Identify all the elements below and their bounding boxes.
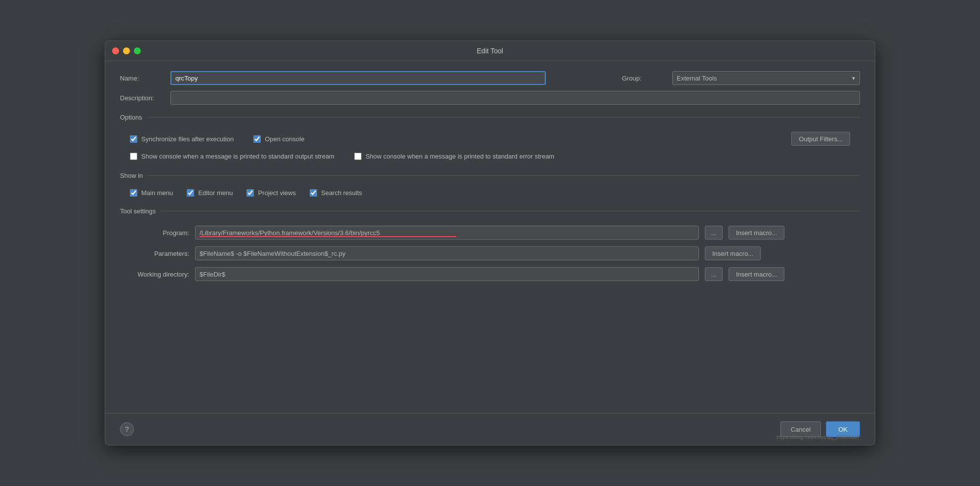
project-views-label: Project views (258, 189, 296, 197)
editor-menu-checkbox-item[interactable]: Editor menu (187, 189, 233, 197)
show-in-title: Show in (120, 172, 143, 179)
maximize-button[interactable] (134, 47, 141, 54)
description-label: Description: (120, 94, 164, 102)
main-menu-checkbox-item[interactable]: Main menu (130, 189, 173, 197)
name-left: Name: (120, 71, 607, 85)
sync-files-checkbox[interactable] (130, 135, 137, 143)
project-views-checkbox-item[interactable]: Project views (246, 189, 296, 197)
help-button[interactable]: ? (120, 422, 134, 436)
name-input[interactable] (170, 71, 546, 85)
show-in-divider (148, 175, 860, 176)
program-label: Program: (120, 229, 189, 237)
tool-settings-divider (161, 211, 860, 211)
url-bar: https://blog.csdn.net/qq_26406447 (776, 434, 860, 440)
show-console-stderr-label: Show console when a message is printed t… (366, 153, 554, 160)
working-dir-label: Working directory: (120, 271, 189, 278)
options-row-1: Synchronize files after execution Open c… (130, 132, 850, 146)
parameters-input[interactable] (195, 246, 699, 260)
working-dir-ellipsis-button[interactable]: ... (705, 267, 723, 281)
edit-tool-dialog: Edit Tool Name: Group: External Tools ▼ … (105, 40, 875, 446)
name-label: Name: (120, 75, 164, 82)
show-console-stderr-checkbox-item[interactable]: Show console when a message is printed t… (354, 153, 554, 160)
working-dir-input-wrapper (195, 267, 699, 281)
program-ellipsis-button[interactable]: ... (705, 226, 723, 240)
editor-menu-checkbox[interactable] (187, 189, 194, 197)
search-results-checkbox[interactable] (310, 189, 317, 197)
show-console-stdout-checkbox[interactable] (130, 153, 137, 160)
dialog-body: Name: Group: External Tools ▼ Descriptio… (105, 61, 875, 413)
search-results-label: Search results (321, 189, 362, 197)
program-input[interactable] (195, 226, 699, 240)
window-controls (112, 47, 141, 54)
options-title: Options (120, 114, 142, 121)
minimize-button[interactable] (123, 47, 130, 54)
open-console-checkbox[interactable] (253, 135, 261, 143)
group-label: Group: (622, 75, 666, 82)
options-row-2: Show console when a message is printed t… (130, 153, 850, 160)
open-console-checkbox-item[interactable]: Open console (253, 135, 304, 143)
program-insert-macro-button[interactable]: Insert macro... (729, 226, 784, 240)
working-dir-row: Working directory: ... Insert macro... (120, 267, 860, 281)
tool-settings-section: Program: ... Insert macro... Parameters:… (120, 223, 860, 284)
show-in-section-header: Show in (120, 172, 860, 179)
parameters-label: Parameters: (120, 250, 189, 257)
show-in-section: Main menu Editor menu Project views Sear… (120, 187, 860, 199)
tool-settings-section-header: Tool settings (120, 207, 860, 215)
dialog-footer: ? Cancel OK (105, 413, 875, 445)
show-console-stdout-label: Show console when a message is printed t… (141, 153, 334, 160)
title-bar: Edit Tool (105, 41, 875, 61)
group-select-wrapper: External Tools ▼ (672, 71, 860, 85)
options-grid: Synchronize files after execution Open c… (120, 129, 860, 163)
program-row: Program: ... Insert macro... (120, 226, 860, 240)
parameters-insert-macro-button[interactable]: Insert macro... (705, 246, 761, 260)
main-menu-checkbox[interactable] (130, 189, 137, 197)
output-filters-button[interactable]: Output Filters... (791, 132, 850, 146)
group-select[interactable]: External Tools (672, 71, 860, 85)
editor-menu-label: Editor menu (198, 189, 233, 197)
sync-files-label: Synchronize files after execution (141, 135, 234, 143)
working-dir-insert-macro-button[interactable]: Insert macro... (729, 267, 784, 281)
description-input[interactable] (170, 91, 860, 105)
options-divider (147, 117, 860, 118)
main-menu-label: Main menu (141, 189, 173, 197)
program-input-wrapper (195, 226, 699, 240)
tool-settings-title: Tool settings (120, 207, 156, 215)
close-button[interactable] (112, 47, 119, 54)
description-row: Description: (120, 91, 860, 105)
name-right: Group: External Tools ▼ (622, 71, 860, 85)
options-section-header: Options (120, 114, 860, 121)
working-dir-input[interactable] (195, 267, 699, 281)
show-console-stderr-checkbox[interactable] (354, 153, 362, 160)
project-views-checkbox[interactable] (246, 189, 254, 197)
search-results-checkbox-item[interactable]: Search results (310, 189, 362, 197)
help-icon: ? (125, 425, 129, 433)
parameters-row: Parameters: Insert macro... (120, 246, 860, 260)
open-console-label: Open console (265, 135, 304, 143)
show-console-stdout-checkbox-item[interactable]: Show console when a message is printed t… (130, 153, 334, 160)
dialog-title: Edit Tool (477, 47, 503, 55)
name-group-row: Name: Group: External Tools ▼ (120, 71, 860, 85)
sync-files-checkbox-item[interactable]: Synchronize files after execution (130, 135, 234, 143)
